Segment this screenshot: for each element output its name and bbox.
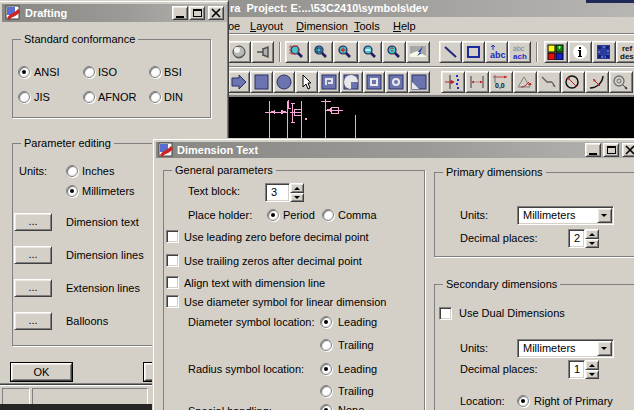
svg-text:des: des xyxy=(620,52,634,60)
svg-text:ach: ach xyxy=(513,52,527,60)
svg-text:abc: abc xyxy=(490,50,506,60)
svg-text:0,0: 0,0 xyxy=(495,82,505,90)
svg-text:abc: abc xyxy=(513,45,525,52)
